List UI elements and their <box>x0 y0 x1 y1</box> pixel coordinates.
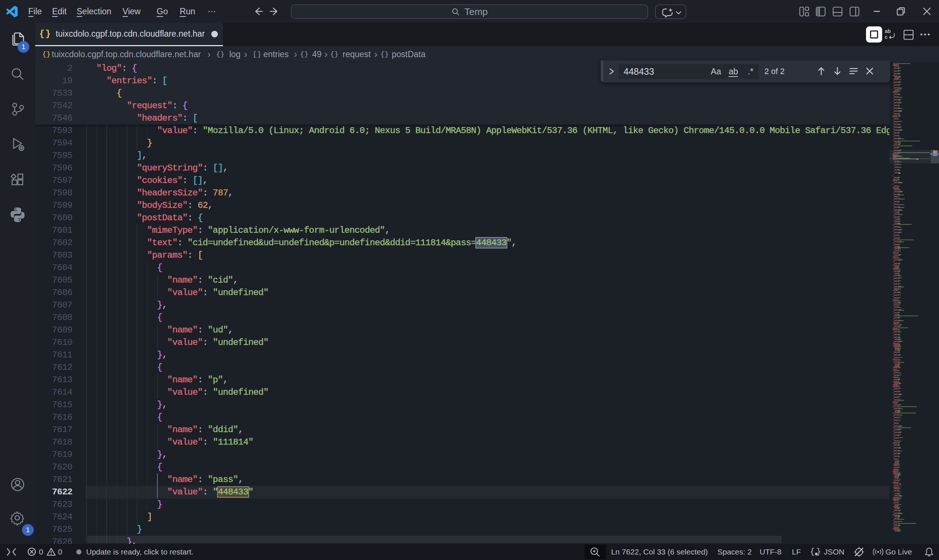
svg-text:ab: ab <box>885 29 891 34</box>
svg-text:c: c <box>885 34 888 40</box>
